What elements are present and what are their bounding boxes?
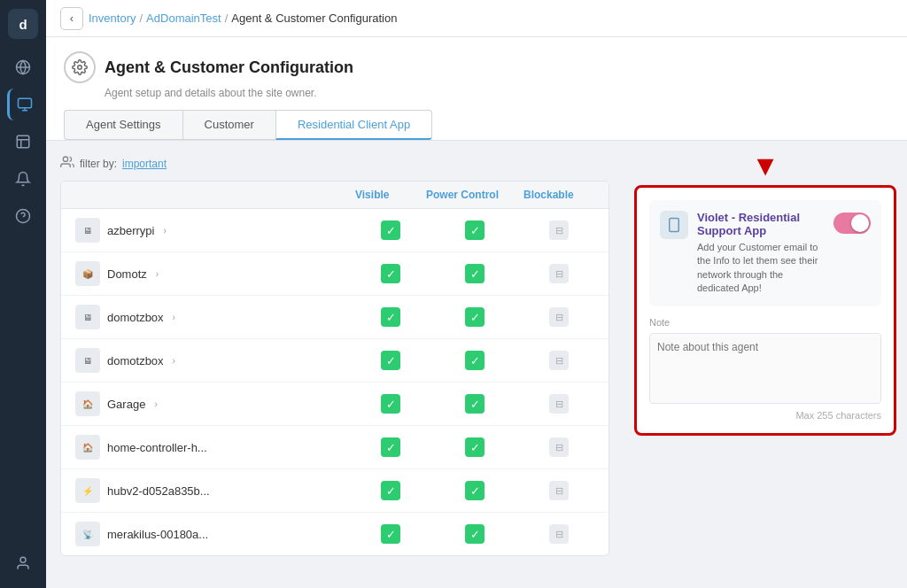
back-button[interactable]: ‹: [60, 7, 83, 30]
sidebar-item-chart[interactable]: [7, 126, 39, 158]
blockable-icon[interactable]: ⊟: [549, 307, 569, 327]
agent-device-icon: 🏠: [75, 435, 100, 460]
agent-name[interactable]: domotzbox: [107, 354, 164, 368]
svg-point-12: [63, 157, 67, 161]
table-row: 🏠 home-controller-h... ✓ ✓ ⊟: [61, 426, 609, 469]
app-card-description: Add your Customer email to the Info to l…: [697, 241, 825, 296]
blockable-icon[interactable]: ⊟: [549, 220, 569, 240]
page-header: Agent & Customer Configuration Agent set…: [46, 37, 907, 141]
chevron-right-icon: ›: [156, 269, 159, 279]
breadcrumb-sep2: /: [225, 12, 229, 25]
note-label: Note: [649, 317, 881, 328]
power-check[interactable]: ✓: [465, 481, 485, 500]
sidebar: d: [0, 0, 46, 588]
sidebar-item-support[interactable]: [7, 200, 39, 232]
agent-name[interactable]: azberrypi: [107, 224, 154, 237]
filter-important-link[interactable]: important: [122, 158, 167, 170]
agent-cell: 🖥 azberrypi ›: [75, 218, 355, 243]
agent-device-icon: 🖥: [75, 348, 100, 373]
filter-by-label: filter by:: [80, 158, 117, 170]
blockable-icon[interactable]: ⊟: [549, 351, 569, 370]
agent-cell: 📡 merakilus-00180a...: [75, 522, 355, 546]
note-textarea[interactable]: [649, 333, 881, 404]
app-card-device-icon: [660, 211, 688, 239]
table-row: 🖥 domotzbox › ✓ ✓ ⊟: [61, 296, 609, 339]
breadcrumb-current: Agent & Customer Configuration: [231, 12, 397, 25]
app-card: Violet - Residential Support App Add you…: [649, 200, 881, 306]
blockable-icon[interactable]: ⊟: [549, 437, 569, 457]
sidebar-item-devices[interactable]: [7, 89, 39, 120]
visible-check[interactable]: ✓: [381, 481, 400, 500]
arrow-indicator: ▼: [634, 151, 896, 180]
chevron-right-icon: ›: [173, 313, 175, 322]
blockable-icon[interactable]: ⊟: [549, 264, 569, 283]
table-section: filter by: important Visible Power Contr…: [46, 141, 624, 588]
topbar: ‹ Inventory / AdDomainTest / Agent & Cus…: [46, 0, 907, 37]
sidebar-item-globe[interactable]: [7, 51, 39, 83]
agent-cell: 📦 Domotz ›: [75, 261, 355, 286]
agent-name[interactable]: Garage: [107, 398, 145, 411]
toggle-wrap: [833, 213, 871, 234]
blockable-icon[interactable]: ⊟: [549, 481, 569, 500]
panel-card: Violet - Residential Support App Add you…: [634, 185, 896, 436]
agent-cell: ⚡ hubv2-d052a835b...: [75, 478, 355, 503]
table-header: Visible Power Control Blockable: [61, 182, 609, 209]
table-row: 🖥 domotzbox › ✓ ✓ ⊟: [61, 339, 609, 383]
table-row: 📦 Domotz › ✓ ✓ ⊟: [61, 252, 609, 296]
agent-name[interactable]: hubv2-d052a835b...: [107, 484, 210, 498]
power-check[interactable]: ✓: [465, 307, 485, 327]
arrow-down-icon: ▼: [751, 151, 779, 180]
agent-cell: 🏠 Garage ›: [75, 391, 355, 416]
breadcrumb-inventory[interactable]: Inventory: [89, 12, 136, 25]
agent-table: Visible Power Control Blockable 🖥 azberr…: [60, 181, 609, 556]
agent-device-icon: 📡: [75, 522, 100, 546]
agent-name[interactable]: Domotz: [107, 267, 147, 281]
power-check[interactable]: ✓: [465, 524, 485, 544]
main-content: ‹ Inventory / AdDomainTest / Agent & Cus…: [46, 0, 907, 588]
visible-check[interactable]: ✓: [381, 351, 400, 370]
visible-check[interactable]: ✓: [381, 307, 400, 327]
sidebar-item-bell[interactable]: [7, 163, 39, 195]
visible-check[interactable]: ✓: [381, 264, 400, 283]
agent-name[interactable]: domotzbox: [107, 311, 164, 324]
app-logo[interactable]: d: [8, 9, 38, 39]
toggle-knob: [851, 214, 869, 232]
breadcrumb-sep1: /: [139, 12, 143, 25]
tab-customer[interactable]: Customer: [182, 110, 275, 140]
col-power-control: Power Control: [426, 189, 523, 201]
power-check[interactable]: ✓: [465, 264, 485, 283]
power-check[interactable]: ✓: [465, 220, 485, 240]
visible-check[interactable]: ✓: [381, 524, 400, 544]
content-area: filter by: important Visible Power Contr…: [46, 141, 907, 588]
sidebar-item-user[interactable]: [7, 547, 39, 579]
power-check[interactable]: ✓: [465, 437, 485, 457]
chevron-left-icon: ‹: [70, 12, 74, 25]
svg-point-11: [78, 66, 82, 70]
svg-rect-5: [17, 135, 29, 148]
agent-cell: 🏠 home-controller-h...: [75, 435, 355, 460]
gear-icon: [64, 51, 96, 83]
power-check[interactable]: ✓: [465, 351, 485, 370]
agent-device-icon: 🏠: [75, 391, 100, 416]
page-subtitle: Agent setup and details about the site o…: [105, 87, 889, 99]
power-check[interactable]: ✓: [465, 394, 485, 414]
residential-app-toggle[interactable]: [833, 213, 871, 234]
col-blockable: Blockable: [523, 189, 594, 201]
agent-device-icon: ⚡: [75, 478, 100, 503]
table-row: 🏠 Garage › ✓ ✓ ⊟: [61, 383, 609, 426]
chevron-right-icon: ›: [173, 356, 175, 366]
blockable-icon[interactable]: ⊟: [549, 524, 569, 544]
col-visible: Visible: [355, 189, 426, 201]
visible-check[interactable]: ✓: [381, 220, 400, 240]
agent-name[interactable]: merakilus-00180a...: [107, 528, 208, 541]
visible-check[interactable]: ✓: [381, 437, 400, 457]
tab-residential-client-app[interactable]: Residential Client App: [275, 110, 432, 140]
note-section: Note Max 255 characters: [649, 317, 881, 421]
agent-device-icon: 🖥: [75, 218, 100, 243]
side-panel: ▼ Violet - Residential Support App: [624, 141, 907, 588]
tab-agent-settings[interactable]: Agent Settings: [64, 110, 182, 140]
visible-check[interactable]: ✓: [381, 394, 400, 414]
breadcrumb-domain[interactable]: AdDomainTest: [146, 12, 221, 25]
agent-name[interactable]: home-controller-h...: [107, 441, 207, 454]
blockable-icon[interactable]: ⊟: [549, 394, 569, 414]
